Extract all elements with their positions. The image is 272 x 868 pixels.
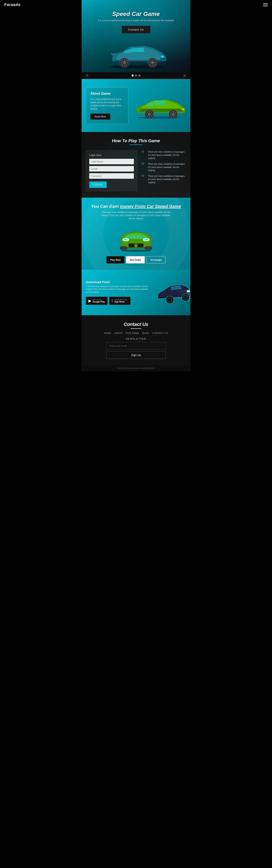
earn-section: You Can Earn money From Car Spped Game T…	[82, 198, 190, 270]
step-item-1: 01 There are many variations of passages…	[141, 150, 186, 160]
app-store-button[interactable]:  Download on the App Store	[109, 297, 131, 305]
footer-title: Contact Us	[86, 321, 186, 329]
slider-dots	[132, 74, 140, 76]
svg-point-16	[161, 56, 164, 58]
watermark: 访问前沿社区bbs.xieniso.com获取更多资源	[82, 365, 190, 371]
how-to-play-title: How To Play This Game	[86, 138, 186, 145]
step-text-1: There are many variations of passages of…	[148, 150, 186, 160]
download-title: Download From	[86, 280, 150, 284]
hero-content: Speed Car Game It is a long established …	[94, 10, 178, 33]
password-input[interactable]	[89, 173, 134, 179]
slider-dot-3[interactable]	[138, 74, 140, 76]
download-section: Download From There are many variations …	[82, 270, 190, 315]
get-coins-button[interactable]: Get Coins	[126, 256, 145, 264]
google-play-sub: GET IT ON	[93, 299, 101, 301]
read-more-button[interactable]: Read More	[90, 114, 110, 120]
google-play-text: GET IT ON Google Play	[93, 299, 105, 303]
footer-nav-game[interactable]: OUR GAME	[126, 332, 139, 334]
google-play-icon: ▶	[88, 299, 91, 303]
earn-subtitle: There are many variations of passages of…	[100, 211, 172, 220]
footer-nav-blog[interactable]: BLOG	[142, 332, 149, 334]
store-buttons: ▶ GET IT ON Google Play  Download on th…	[86, 297, 150, 305]
newsletter-label: NEWSLETTER	[86, 338, 186, 340]
footer-nav-contact[interactable]: CONTACT US	[152, 332, 168, 334]
earn-title-underline: money From Car Spped Game	[120, 204, 181, 209]
how-to-play-content: Login Now LOGIN 01 There are many variat…	[86, 150, 186, 191]
hero-car-image	[100, 35, 172, 70]
how-to-play-section: How To Play This Game Login Now LOGIN 01…	[82, 132, 190, 198]
hero-subtitle: It is a long established fact that a rea…	[98, 19, 174, 22]
about-text: It is a long established fact that a rea…	[90, 98, 124, 111]
about-section: About Game It is a long established fact…	[82, 79, 190, 132]
earn-car-image: S	[115, 224, 157, 252]
header: Faraado	[82, 0, 190, 9]
hero-car-svg	[100, 35, 172, 69]
footer-nav-home[interactable]: HOME	[104, 332, 111, 334]
earn-action-buttons: Play Now Get Coins Exchange	[86, 256, 186, 264]
download-car-svg	[152, 275, 190, 309]
email-input[interactable]	[89, 166, 134, 172]
svg-text:S: S	[135, 245, 137, 247]
hero-title: Speed Car Game	[98, 10, 174, 18]
slider-prev-num: 01	[86, 74, 88, 77]
slider-dot-1[interactable]	[132, 74, 134, 76]
svg-point-47	[146, 247, 151, 250]
app-store-name: App Store	[114, 301, 125, 303]
svg-point-19	[182, 108, 185, 110]
login-label: Login Now	[89, 154, 134, 157]
earn-car-svg: S	[115, 224, 157, 252]
exchange-button[interactable]: Exchange	[146, 256, 166, 264]
earn-title: You Can Earn money From Car Spped Game	[86, 204, 186, 209]
app-store-text: Download on the App Store	[114, 299, 127, 303]
step-text-3: There are many variations of passages of…	[148, 175, 186, 184]
hero-contact-button[interactable]: Contact Us	[122, 26, 150, 33]
about-box: About Game It is a long established fact…	[86, 87, 128, 124]
svg-point-45	[121, 247, 126, 250]
download-car-image	[152, 275, 186, 310]
slider-controls: 01 02	[82, 72, 190, 79]
about-title: About Game	[90, 92, 124, 95]
svg-point-41	[124, 239, 128, 241]
app-store-sub: Download on the	[114, 299, 127, 301]
google-play-name: Google Play	[93, 301, 105, 303]
footer-section: Contact Us HOME ABOUT OUR GAME BLOG CONT…	[82, 315, 190, 365]
about-car-svg	[131, 92, 186, 119]
about-car-image	[131, 92, 186, 119]
signup-button[interactable]: Sign Up	[106, 351, 166, 359]
watermark-text: 访问前沿社区bbs.xieniso.com获取更多资源	[118, 367, 155, 369]
footer-nav-about[interactable]: ABOUT	[114, 332, 123, 334]
footer-nav: HOME ABOUT OUR GAME BLOG CONTACT US	[86, 332, 186, 334]
play-now-button[interactable]: Play Now	[106, 256, 125, 264]
login-button[interactable]: LOGIN	[89, 182, 107, 188]
steps-list: 01 There are many variations of passages…	[141, 150, 186, 191]
svg-point-43	[144, 239, 148, 241]
download-left: Download From There are many variations …	[86, 280, 150, 305]
login-form: Login Now LOGIN	[86, 150, 137, 191]
apple-icon: 	[112, 299, 113, 303]
hero-section: Speed Car Game It is a long established …	[82, 0, 190, 72]
google-play-button[interactable]: ▶ GET IT ON Google Play	[86, 297, 108, 305]
newsletter-email-input[interactable]	[106, 342, 166, 349]
download-text: There are many variations of passages of…	[86, 285, 150, 294]
step-text-2: There are many variations of passages of…	[148, 162, 186, 172]
step-item-2: 02 There are many variations of passages…	[141, 162, 186, 172]
slider-dot-2[interactable]	[135, 74, 137, 76]
step-num-1: 01	[141, 150, 146, 153]
username-input[interactable]	[89, 159, 134, 164]
step-num-3: 03	[141, 175, 146, 177]
step-item-3: 03 There are many variations of passages…	[141, 175, 186, 184]
step-num-2: 02	[141, 162, 146, 165]
slider-next-num: 02	[184, 74, 186, 77]
